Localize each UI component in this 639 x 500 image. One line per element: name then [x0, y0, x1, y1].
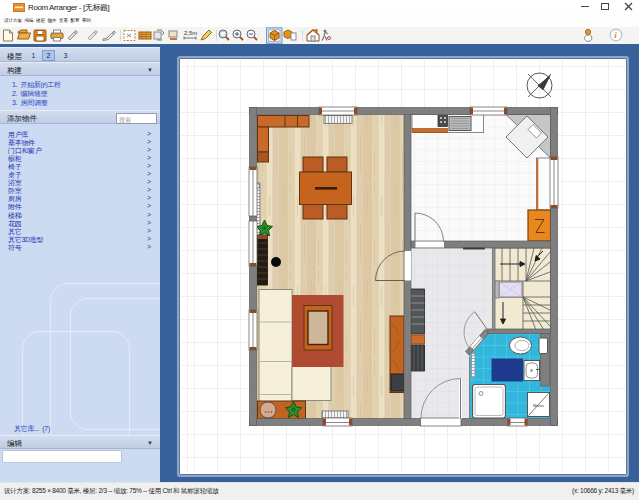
svg-text:Mains: Mains [533, 403, 544, 408]
svg-text:2,5m: 2,5m [184, 30, 197, 36]
